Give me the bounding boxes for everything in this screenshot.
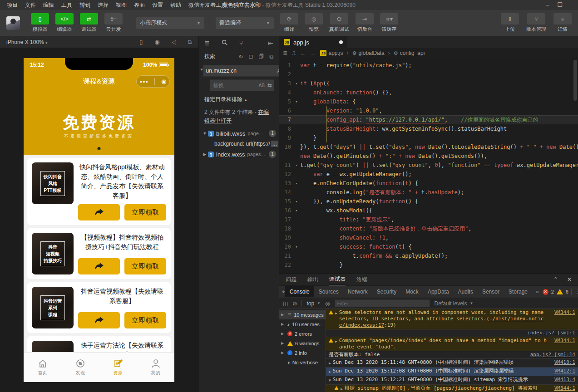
maximize-button[interactable]: ☐ (557, 2, 563, 8)
devtools-tab-security[interactable]: Security (372, 286, 401, 297)
back-icon[interactable]: ← (300, 50, 306, 56)
search-match[interactable]: background: url(https://... (199, 139, 279, 149)
code-line[interactable]: 21 t.confirm && e.applyUpdate(); (279, 251, 578, 260)
code-editor[interactable]: 1var t = require("utils/cache.js");23▾if… (279, 58, 578, 273)
expand-icon[interactable]: ▶ (329, 360, 331, 367)
console-filter-error[interactable]: ▶✕2 errors (279, 329, 326, 338)
code-line[interactable]: 17 title: "更新提示", (279, 215, 578, 224)
share-button[interactable] (78, 204, 120, 220)
fold-icon[interactable]: ▾ (293, 79, 300, 88)
code-line[interactable]: 2 (279, 70, 578, 79)
console-filter-info[interactable]: ▶i2 info (279, 348, 326, 358)
code-line[interactable]: 6 Version: "1.0.0", (279, 106, 578, 115)
code-line[interactable]: 7 config_api: "https://127.0.0.1/api/", … (279, 115, 578, 124)
open-file-icon[interactable]: 🗍 (258, 54, 264, 60)
claim-button[interactable]: 立即领取 (124, 258, 166, 274)
devtools-tab-mock[interactable]: Mock (401, 286, 423, 297)
claim-button[interactable]: 立即领取 (124, 204, 166, 220)
console-filter-messages[interactable]: ▶≣10 messages (279, 310, 326, 319)
devtools-tab-sensor[interactable]: Sensor (478, 286, 504, 297)
source-link[interactable]: VM412:1 (554, 368, 575, 374)
git-icon[interactable]: ⑂ (239, 39, 243, 47)
collapse-panel-icon[interactable]: ⇤ (268, 39, 273, 47)
devtools-tab-audits[interactable]: Audits (454, 286, 478, 297)
code-line[interactable]: 13▾ e.onCheckForUpdate(function(t) { (279, 179, 578, 188)
toolbar-button-simulator[interactable]: ▯模拟器 (31, 13, 49, 33)
breadcrumb-segment-app.js[interactable]: JSapp.js (320, 50, 343, 56)
search-input[interactable] (206, 68, 277, 74)
console-row[interactable]: 是否有新版本: falseapp.js? [sm]:14 (326, 351, 578, 359)
expand-icon[interactable]: ▶ (341, 386, 343, 392)
minimize-button[interactable]: – (546, 2, 549, 8)
code-line[interactable]: 10}), t.get("days") || t.set("days", new… (279, 142, 578, 152)
menu-item-设置[interactable]: 设置 (149, 0, 166, 10)
inspect-element-icon[interactable]: ⌖ (282, 289, 285, 295)
code-line[interactable]: 1var t = require("utils/cache.js"); (279, 61, 578, 70)
console-row[interactable]: ▶Sun Dec 13 2020 15:12:08 GMT+0800 (中国标准… (326, 368, 578, 376)
clear-console-icon[interactable]: ⊘ (292, 300, 297, 307)
record-icon[interactable]: ◉ (154, 39, 159, 46)
breadcrumb-segment-config_api[interactable]: ⚙config_api (394, 50, 425, 56)
code-line[interactable]: 11▾t.get("qsy_count") || t.set("qsy_coun… (279, 161, 578, 170)
console-filter-warning[interactable]: ▶6 warnings (279, 338, 326, 348)
toolbar-button-preview[interactable]: ◎预览 (305, 13, 323, 33)
toolbar-button-cloud[interactable]: 6ᴖ云开发 (104, 13, 123, 33)
source-link[interactable]: VM410:1 (554, 359, 575, 366)
code-line[interactable]: 16▾ wx.showModal({ (279, 206, 578, 215)
code-line[interactable]: 14 console.log("是否有新版本: " + t.hasUpdate)… (279, 188, 578, 197)
outline-icon[interactable]: ≣ (283, 50, 287, 56)
avatar[interactable] (6, 16, 20, 30)
fold-icon[interactable]: ▾ (293, 197, 300, 206)
toolbar-button-remote-debug[interactable]: ⛭真机调试 (329, 13, 349, 33)
code-line[interactable]: 19 showCancel: !1, (279, 233, 578, 242)
menu-item-项目[interactable]: 项目 (4, 0, 21, 10)
claim-button[interactable]: 立即领取 (124, 312, 166, 328)
toolbar-button-compile[interactable]: ⟳编译 (280, 13, 298, 33)
code-line[interactable]: 22 } (279, 260, 578, 270)
clear-results-icon[interactable]: ⊟ (248, 54, 253, 60)
menu-item-文件[interactable]: 文件 (22, 0, 39, 10)
console-sidebar-toggle-icon[interactable]: ◫ (283, 300, 288, 307)
share-button[interactable] (78, 258, 120, 274)
more-icon[interactable]: ●●● (140, 79, 148, 84)
miniapp-capsule[interactable]: ●●● ◉ (136, 75, 170, 88)
toolbar-button-details[interactable]: ≡详情 (553, 13, 572, 33)
context-select[interactable]: top▼ (306, 300, 321, 307)
tabbar-item-我的[interactable]: 我的 (137, 353, 174, 382)
mute-icon[interactable]: ◁ (172, 39, 176, 46)
debugger-tab-调试器[interactable]: 调试器 (329, 274, 346, 285)
menu-item-界面[interactable]: 界面 (131, 0, 148, 10)
resource-card[interactable]: 抖音运营系列课程抖音运营视频教程【失效请联系客服】立即领取 (27, 282, 171, 333)
console-row[interactable]: ▶Sun Dec 13 2020 15:11:48 GMT+0800 (中国标准… (326, 359, 578, 368)
source-link[interactable]: VM413:4 (554, 377, 575, 383)
code-line[interactable]: 9 } (279, 133, 578, 142)
search-icon[interactable] (222, 39, 227, 47)
source-link[interactable]: VM344:1 (554, 385, 575, 392)
replace-all-icon[interactable]: ⇆ (267, 82, 272, 88)
console-row[interactable]: ▶根据 sitemap 的规则[0]，当前页面 [pages/jiaocheng… (326, 385, 578, 392)
menu-item-视图[interactable]: 视图 (113, 0, 130, 10)
close-capsule-icon[interactable]: ◉ (161, 78, 166, 85)
expand-icon[interactable]: ▶ (335, 338, 337, 345)
collapse-all-icon[interactable]: ⧉ (269, 54, 273, 60)
refresh-icon[interactable]: ↻ (238, 54, 243, 60)
modified-dot-icon[interactable] (339, 40, 343, 44)
resource-card[interactable]: 快闪抖音风格PTT模板快闪抖音风格ppt模板、素材动态、炫酷动画、倒计时、个人简… (27, 158, 171, 225)
tabbar-item-发现[interactable]: 发现 (61, 353, 99, 382)
expand-icon[interactable]: ▼ (329, 377, 331, 384)
mode-select[interactable]: 小程序模式▼ (136, 17, 204, 29)
explorer-icon[interactable]: ≣ (204, 39, 210, 47)
fold-icon[interactable]: ▾ (293, 161, 300, 170)
menu-item-选择[interactable]: 选择 (94, 0, 112, 10)
menu-item-编辑[interactable]: 编辑 (40, 0, 57, 10)
share-button[interactable] (78, 312, 120, 328)
toolbar-button-upload[interactable]: ⬆上传 (501, 13, 519, 33)
eye-icon[interactable]: ◎ (325, 300, 330, 307)
collapse-panel-icon[interactable]: ⌃ (553, 276, 558, 283)
console-row[interactable]: ▼Sun Dec 13 2020 15:12:21 GMT+0800 (中国标准… (326, 376, 578, 385)
code-line[interactable]: 15▾ }), e.onUpdateReady(function() { (279, 197, 578, 206)
devtools-tab-sources[interactable]: Sources (314, 286, 343, 297)
more-tabs-icon[interactable]: » (532, 289, 543, 295)
bookmark-icon[interactable]: ⎍ (292, 50, 296, 56)
search-scope-toggle[interactable]: 指定目录和排除 ▲ (199, 91, 279, 104)
